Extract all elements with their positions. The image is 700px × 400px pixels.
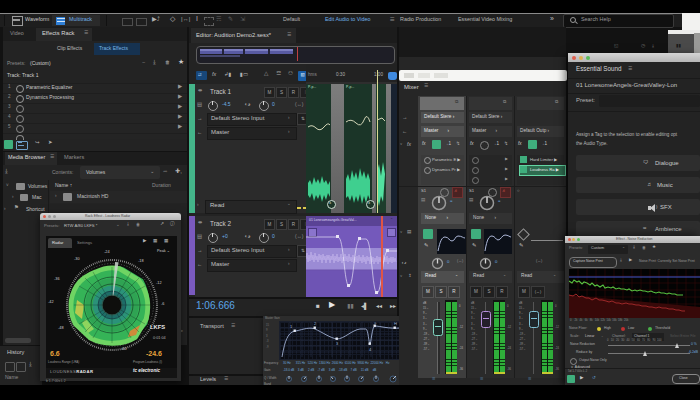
svg-text:H: H [394, 322, 397, 326]
svg-text:2: 2 [314, 322, 317, 326]
svg-text:5: 5 [374, 322, 377, 325]
svg-text:4: 4 [369, 347, 372, 352]
svg-text:3: 3 [336, 341, 339, 346]
